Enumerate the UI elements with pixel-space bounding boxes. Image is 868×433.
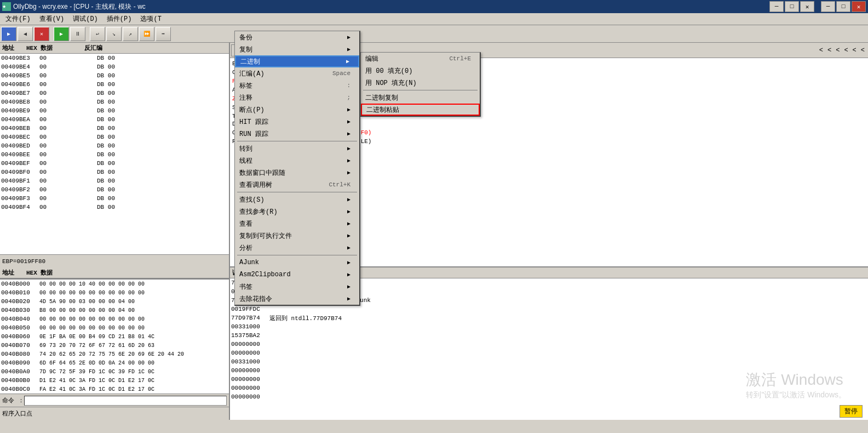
- menu-file[interactable]: 文件(F): [1, 13, 35, 25]
- nav-arrow-3[interactable]: <: [833, 47, 842, 54]
- list-item[interactable]: 00000000: [230, 349, 868, 357]
- submenu-binary-copy[interactable]: 二进制复制: [361, 92, 480, 104]
- list-item[interactable]: 15375BA2: [230, 331, 868, 340]
- table-row[interactable]: 00409BE300DB 00: [0, 54, 229, 62]
- list-item[interactable]: 0040B0600E 1F BA 0E 00 B4 09 CD 21 B8 01…: [0, 332, 229, 341]
- list-item[interactable]: 0040B0C0FA E2 41 0C 3A FD 1C 0C D1 E2 17…: [0, 385, 229, 394]
- list-item[interactable]: 0040B04000 00 00 00 00 00 00 00 00 00 00: [0, 315, 229, 323]
- menu-view[interactable]: 查看(V): [35, 13, 69, 25]
- menu-entry-asm2clip[interactable]: Asm2Clipboard ▶: [235, 269, 359, 281]
- list-item[interactable]: 0040B0906D 6F 64 65 2E 0D 0D 0A 24 00 00…: [0, 358, 229, 367]
- menu-entry-thread[interactable]: 线程 ▶: [235, 155, 359, 167]
- list-item[interactable]: 77D97B74返回到 ntdll.77D97B74: [230, 314, 868, 322]
- menu-entry-run-trace[interactable]: RUN 跟踪 ▶: [235, 128, 359, 140]
- submenu-fill00[interactable]: 用 00 填充(0): [361, 65, 480, 77]
- menu-entry-search[interactable]: 查找(S) ▶: [235, 193, 359, 206]
- minimize-btn[interactable]: ─: [821, 1, 835, 12]
- table-row[interactable]: 00409BEA00DB 00: [0, 115, 229, 124]
- table-row[interactable]: 00409BF200DB 00: [0, 185, 229, 194]
- nav-arrow-5[interactable]: <: [850, 47, 859, 54]
- table-row[interactable]: 00409BED00DB 00: [0, 141, 229, 150]
- toolbar-btn-9[interactable]: ➡: [156, 27, 171, 41]
- menu-entry-junk[interactable]: 去除花指令 ▶: [235, 293, 359, 305]
- toolbar-btn-2[interactable]: ✕: [34, 27, 49, 41]
- menu-entry-ajunk[interactable]: AJunk ▶: [235, 257, 359, 269]
- menu-plugin[interactable]: 插件(P): [102, 13, 136, 25]
- menu-entry-hit-trace[interactable]: HIT 跟踪 ▶: [235, 116, 359, 128]
- menu-entry-backup[interactable]: 备份 ▶: [235, 31, 359, 43]
- table-row[interactable]: 00409BF100DB 00: [0, 176, 229, 185]
- table-row[interactable]: 00409BEB00DB 00: [0, 124, 229, 133]
- submenu-binary-paste[interactable]: 二进制粘贴: [361, 104, 480, 116]
- list-item[interactable]: 0040B05000 00 00 00 00 00 00 00 00 00 00: [0, 323, 229, 332]
- table-row[interactable]: 00409BE500DB 00: [0, 71, 229, 80]
- list-item[interactable]: 00000000: [230, 366, 868, 375]
- list-item[interactable]: 0040B07069 73 20 70 72 6F 67 72 61 6D 20…: [0, 341, 229, 350]
- arrow-thread: ▶: [347, 157, 350, 164]
- list-item[interactable]: 00000000: [230, 384, 868, 392]
- nav-arrow-6[interactable]: <: [859, 47, 867, 54]
- menu-entry-bookmark[interactable]: 书签 ▶: [235, 281, 359, 293]
- menu-entry-view[interactable]: 查看 ▶: [235, 218, 359, 230]
- table-row[interactable]: 00409BE400DB 00: [0, 62, 229, 71]
- toolbar-btn-7[interactable]: ↗: [123, 27, 138, 41]
- list-item[interactable]: 00331000: [230, 322, 868, 331]
- menu-entry-analyze[interactable]: 分析 ▶: [235, 242, 359, 254]
- sub-close-btn[interactable]: ✕: [800, 1, 814, 12]
- menu-entry-breakpoint[interactable]: 断点(P) ▶: [235, 104, 359, 116]
- list-item[interactable]: 0040B030B8 00 00 00 00 00 00 00 04 00: [0, 306, 229, 315]
- menu-entry-goto[interactable]: 转到 ▶: [235, 143, 359, 155]
- list-item[interactable]: 00000000: [230, 375, 868, 384]
- table-row[interactable]: 00409BE700DB 00: [0, 89, 229, 98]
- nav-arrow-4[interactable]: <: [842, 47, 850, 54]
- menu-options[interactable]: 选项(T: [136, 13, 165, 25]
- list-item[interactable]: 0040B01000 00 00 00 00 00 00 00 00 00 00: [0, 288, 229, 297]
- menu-debug[interactable]: 调试(D): [68, 13, 102, 25]
- menu-entry-search-ref[interactable]: 查找参考(R) ▶: [235, 206, 359, 218]
- toolbar-btn-8[interactable]: ⏩: [139, 27, 154, 41]
- menu-entry-follow-data[interactable]: 数据窗口中跟随 ▶: [235, 167, 359, 179]
- menu-entry-calltree[interactable]: 查看调用树 Ctrl+K: [235, 179, 359, 191]
- list-item[interactable]: 0040B0A07D 9C 72 5F 39 FD 1C 0C 39 FD 1C…: [0, 367, 229, 376]
- table-row[interactable]: 00409BF400DB 00: [0, 203, 229, 212]
- toolbar-btn-0[interactable]: ▶: [1, 27, 16, 41]
- toolbar-btn-5[interactable]: ↩: [90, 27, 105, 41]
- toolbar-btn-6[interactable]: ↘: [106, 27, 122, 41]
- submenu-edit[interactable]: 编辑 Ctrl+E: [361, 53, 480, 65]
- list-item[interactable]: 0040B08074 20 62 65 20 72 75 75 6E 20 69…: [0, 350, 229, 358]
- sub-minimize-btn[interactable]: ─: [769, 1, 784, 12]
- toolbar-btn-4[interactable]: ⏸: [70, 27, 85, 41]
- list-item[interactable]: 0040B0B0D1 E2 41 0C 3A FD 1C 0C D1 E2 17…: [0, 376, 229, 385]
- table-row[interactable]: 00409BEE00DB 00: [0, 150, 229, 159]
- cmd-input[interactable]: [24, 396, 227, 406]
- list-item[interactable]: 0019FFDC: [230, 305, 868, 314]
- menu-entry-binary[interactable]: 二进制 ▶: [235, 55, 359, 67]
- list-item[interactable]: 00331000: [230, 357, 868, 366]
- nav-arrow-1[interactable]: <: [817, 47, 825, 54]
- nav-arrow-2[interactable]: <: [825, 47, 833, 54]
- list-item[interactable]: 00000000: [230, 340, 868, 349]
- table-row[interactable]: 00409BF300DB 00: [0, 194, 229, 203]
- list-item[interactable]: 00000000: [230, 392, 868, 401]
- arrow-asm2clip: ▶: [347, 271, 350, 278]
- toolbar-btn-3[interactable]: ▶: [54, 27, 69, 41]
- sub-maximize-btn[interactable]: □: [785, 1, 799, 12]
- menu-entry-assemble[interactable]: 汇编(A) Space: [235, 67, 359, 79]
- menu-label-bookmark: 书签: [239, 282, 252, 292]
- maximize-btn[interactable]: □: [836, 1, 850, 12]
- table-row[interactable]: 00409BE600DB 00: [0, 80, 229, 89]
- table-row[interactable]: 00409BEF00DB 00: [0, 159, 229, 168]
- toolbar-btn-1[interactable]: ◀: [18, 27, 33, 41]
- list-item[interactable]: 0040B0204D 5A 90 00 03 00 00 00 04 00: [0, 297, 229, 306]
- table-row[interactable]: 00409BE800DB 00: [0, 98, 229, 106]
- list-item[interactable]: 0040B00000 00 00 00 10 40 00 00 00 00 00: [0, 280, 229, 288]
- table-row[interactable]: 00409BE900DB 00: [0, 106, 229, 115]
- menu-entry-copy-exec[interactable]: 复制到可执行文件 ▶: [235, 230, 359, 242]
- menu-entry-comment[interactable]: 注释 ;: [235, 92, 359, 104]
- close-btn[interactable]: ✕: [852, 1, 866, 12]
- submenu-fillnop[interactable]: 用 NOP 填充(N): [361, 77, 480, 89]
- menu-entry-label[interactable]: 标签 :: [235, 79, 359, 92]
- table-row[interactable]: 00409BEC00DB 00: [0, 133, 229, 141]
- table-row[interactable]: 00409BF000DB 00: [0, 168, 229, 176]
- menu-entry-copy[interactable]: 复制 ▶: [235, 43, 359, 55]
